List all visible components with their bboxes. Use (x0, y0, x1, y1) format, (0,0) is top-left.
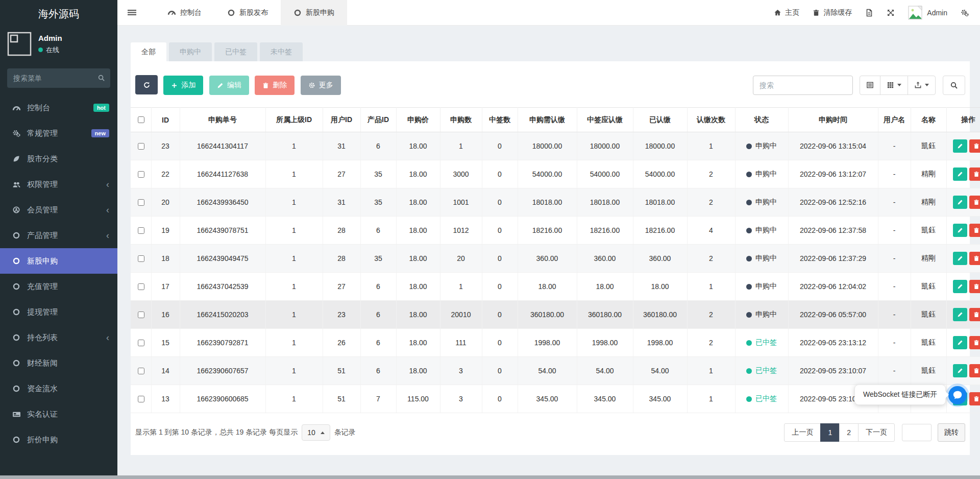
column-header[interactable]: 产品ID (360, 108, 396, 132)
row-edit-button[interactable] (953, 308, 967, 321)
sidebar-item[interactable]: 股市分类 (0, 146, 117, 172)
filter-tab[interactable]: 全部 (131, 42, 166, 61)
row-edit-button[interactable] (953, 280, 967, 293)
search-button[interactable] (943, 76, 965, 95)
navbar-tab[interactable]: 新股发布 (214, 0, 281, 26)
sidebar-item[interactable]: 新股申购 (0, 248, 117, 274)
column-header[interactable]: 中签应认缴 (577, 108, 633, 132)
row-checkbox[interactable] (138, 396, 144, 402)
search-icon[interactable] (97, 74, 105, 82)
navbar-tab[interactable]: 新股申购 (281, 0, 347, 26)
row-checkbox[interactable] (138, 199, 144, 206)
row-checkbox[interactable] (138, 312, 144, 318)
page-number-button[interactable]: 2 (839, 423, 859, 442)
settings-gear-icon[interactable] (961, 9, 969, 17)
menu-toggle-button[interactable] (117, 8, 146, 17)
column-header[interactable]: ID (151, 108, 180, 132)
chat-button[interactable] (948, 386, 967, 404)
clear-cache-link[interactable]: 清除缓存 (813, 8, 852, 17)
horizontal-scrollbar[interactable] (0, 475, 980, 479)
filter-tab[interactable]: 已中签 (214, 42, 257, 61)
row-edit-button[interactable] (953, 336, 967, 349)
row-edit-button[interactable] (953, 364, 967, 377)
column-header[interactable]: 名称 (911, 108, 946, 132)
document-icon[interactable] (865, 9, 873, 17)
delete-button[interactable]: 删除 (255, 76, 295, 95)
row-delete-button[interactable] (969, 196, 980, 209)
username-cell: - (878, 357, 911, 385)
row-checkbox[interactable] (138, 171, 144, 178)
page-jump-input[interactable] (902, 424, 932, 441)
sidebar-item[interactable]: 常规管理new (0, 121, 117, 146)
add-button[interactable]: 添加 (163, 76, 203, 95)
row-edit-button[interactable] (953, 252, 967, 265)
sidebar-item[interactable]: 实名认证 (0, 401, 117, 427)
row-edit-button[interactable] (953, 224, 967, 237)
sidebar-item[interactable]: 权限管理‹ (0, 172, 117, 197)
row-checkbox[interactable] (138, 340, 144, 346)
column-header[interactable]: 认缴次数 (687, 108, 735, 132)
detail-view-button[interactable] (860, 76, 880, 95)
row-delete-button[interactable] (969, 336, 980, 349)
row-delete-button[interactable] (969, 308, 980, 321)
row-checkbox[interactable] (138, 227, 144, 234)
row-edit-button[interactable] (953, 139, 967, 153)
column-header[interactable]: 申购价 (396, 108, 440, 132)
row-delete-button[interactable] (969, 280, 980, 293)
row-checkbox[interactable] (138, 283, 144, 290)
sidebar-item[interactable]: 产品管理‹ (0, 223, 117, 248)
fullscreen-icon[interactable] (887, 9, 895, 17)
column-header[interactable]: 操作 (946, 108, 980, 132)
sidebar-item[interactable]: 持仓列表‹ (0, 325, 117, 350)
columns-button[interactable] (880, 76, 908, 95)
row-delete-button[interactable] (969, 139, 980, 153)
user-menu[interactable]: Admin (908, 6, 947, 20)
jump-button[interactable]: 跳转 (938, 423, 965, 442)
row-checkbox[interactable] (138, 143, 144, 150)
name-cell: 精剛 (911, 245, 946, 273)
row-delete-button[interactable] (969, 167, 980, 181)
filter-tab[interactable]: 未中签 (260, 42, 303, 61)
page-size-select[interactable]: 10 (302, 424, 330, 441)
filter-tab[interactable]: 申购中 (169, 42, 212, 61)
toolbar: 添加 编辑 删除 更多 (135, 75, 965, 95)
menu-search-input[interactable] (7, 68, 110, 88)
sidebar-item[interactable]: 提现管理 (0, 299, 117, 325)
select-all-checkbox[interactable] (138, 116, 144, 123)
sidebar-item[interactable]: 财经新闻 (0, 350, 117, 376)
prev-page-button[interactable]: 上一页 (784, 423, 821, 442)
table-search-input[interactable] (753, 76, 853, 95)
row-delete-button[interactable] (969, 252, 980, 265)
navbar-tab[interactable]: 控制台 (155, 0, 214, 26)
sidebar-item[interactable]: 充值管理 (0, 274, 117, 299)
sidebar-item[interactable]: 控制台hot (0, 95, 117, 121)
column-header[interactable]: 用户ID (323, 108, 360, 132)
column-header[interactable]: 所属上级ID (265, 108, 323, 132)
sidebar-item[interactable]: 折价申购 (0, 427, 117, 452)
home-link[interactable]: 主页 (774, 8, 799, 17)
row-edit-button[interactable] (953, 167, 967, 181)
row-checkbox[interactable] (138, 368, 144, 374)
page-number-button[interactable]: 1 (820, 423, 840, 442)
more-button[interactable]: 更多 (301, 76, 341, 95)
row-delete-button[interactable] (969, 224, 980, 237)
next-page-button[interactable]: 下一页 (858, 423, 895, 442)
row-edit-button[interactable] (953, 196, 967, 209)
row-delete-button[interactable] (969, 392, 980, 405)
column-header[interactable]: 申购需认缴 (518, 108, 577, 132)
refresh-button[interactable] (135, 75, 158, 94)
export-button[interactable] (908, 76, 936, 95)
column-header[interactable]: 用户名 (878, 108, 911, 132)
sidebar-item[interactable]: 会员管理‹ (0, 197, 117, 223)
column-header[interactable]: 申购时间 (788, 108, 878, 132)
cell: 1662390600685 (180, 385, 265, 413)
column-header[interactable]: 申购单号 (180, 108, 265, 132)
column-header[interactable]: 申购数 (440, 108, 482, 132)
edit-button[interactable]: 编辑 (209, 76, 249, 95)
column-header[interactable]: 状态 (735, 108, 788, 132)
column-header[interactable]: 中签数 (482, 108, 518, 132)
row-delete-button[interactable] (969, 364, 980, 377)
row-checkbox[interactable] (138, 255, 144, 262)
sidebar-item[interactable]: 资金流水 (0, 376, 117, 401)
column-header[interactable]: 已认缴 (633, 108, 687, 132)
